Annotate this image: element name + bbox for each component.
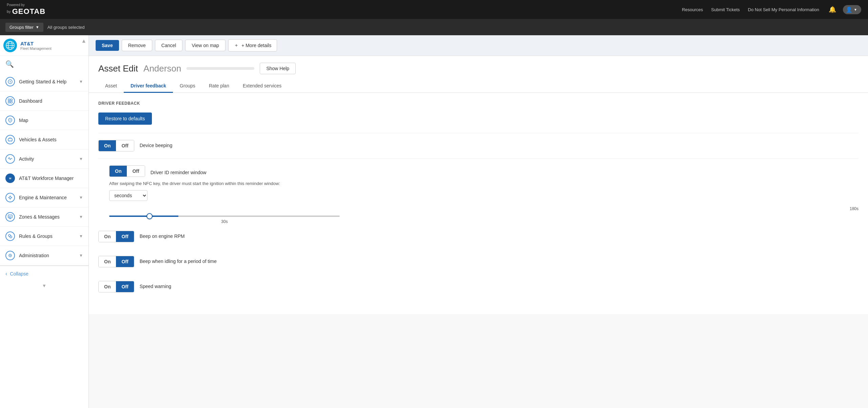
driver-id-toggle-row: On Off Driver ID reminder window: [109, 165, 859, 177]
beep-idling-label: Beep when idling for a period of time: [140, 256, 217, 264]
sidebar-search[interactable]: 🔍: [0, 56, 88, 72]
cancel-button[interactable]: Cancel: [155, 40, 183, 51]
tab-extended-services[interactable]: Extended services: [236, 80, 288, 93]
device-beeping-row: On Off Device beeping: [98, 140, 859, 159]
beep-engine-rpm-label: Beep on engine RPM: [140, 231, 185, 239]
asset-id-box: [186, 67, 254, 70]
page-title-row: Asset Edit Anderson Show Help: [98, 63, 859, 74]
chevron-down-icon-rules: ▼: [79, 234, 83, 239]
device-beeping-label: Device beeping: [140, 140, 173, 148]
beep-rpm-on-button[interactable]: On: [99, 231, 116, 242]
att-workforce-icon: W: [5, 174, 15, 183]
remove-button[interactable]: Remove: [122, 40, 152, 51]
sidebar-item-dashboard[interactable]: Dashboard: [0, 91, 88, 111]
sidebar-label-administration: Administration: [19, 253, 79, 258]
slider-current-value: 30s: [109, 219, 340, 224]
content-area: Save Remove Cancel View on map ＋ + More …: [89, 35, 868, 408]
speed-warning-row: On Off Speed warning: [98, 281, 859, 299]
user-avatar-icon: 👤: [846, 6, 852, 13]
scroll-bottom-indicator: ▼: [0, 282, 88, 290]
driver-id-on-button[interactable]: On: [110, 166, 127, 177]
sidebar-label-vehicles: Vehicles & Assets: [19, 137, 83, 142]
sidebar-item-rules-groups[interactable]: Rules & Groups ▼: [0, 227, 88, 246]
restore-to-defaults-button[interactable]: Restore to defaults: [98, 113, 152, 125]
brand-block: AT&T Fleet Management: [0, 35, 88, 56]
submit-tickets-link[interactable]: Submit Tickets: [711, 7, 740, 12]
speed-warning-off-button[interactable]: Off: [116, 281, 134, 292]
sidebar: ▲ AT&T Fleet Management 🔍: [0, 35, 89, 408]
beep-idling-on-button[interactable]: On: [99, 256, 116, 267]
save-button[interactable]: Save: [96, 40, 119, 51]
sidebar-item-vehicles-assets[interactable]: Vehicles & Assets: [0, 130, 88, 149]
geotab-logo: Powered by by GEOTAB: [7, 3, 45, 16]
driver-id-description: After swiping the NFC key, the driver mu…: [109, 181, 859, 186]
beep-rpm-off-button[interactable]: Off: [116, 231, 134, 242]
att-logo-circle: [3, 39, 17, 52]
dropdown-caret-icon: ▼: [854, 8, 857, 12]
tab-asset[interactable]: Asset: [98, 80, 124, 93]
svg-rect-9: [8, 101, 10, 103]
sidebar-label-getting-started: Getting Started & Help: [19, 79, 79, 84]
view-on-map-button[interactable]: View on map: [185, 40, 225, 51]
sidebar-item-att-workforce[interactable]: W AT&T Workforce Manager: [0, 169, 88, 188]
notification-bell-icon[interactable]: 🔔: [827, 4, 837, 15]
groups-filter-label: Groups filter: [9, 25, 34, 30]
sidebar-collapse-button[interactable]: ‹ Collapse: [0, 266, 88, 282]
show-help-button[interactable]: Show Help: [260, 63, 296, 74]
tab-rate-plan[interactable]: Rate plan: [202, 80, 236, 93]
beep-idling-off-button[interactable]: Off: [116, 256, 134, 267]
svg-point-22: [10, 236, 12, 238]
resources-link[interactable]: Resources: [682, 7, 703, 12]
device-beeping-toggle: On Off: [98, 140, 134, 151]
powered-by-label: by: [7, 9, 11, 14]
brand-sub: Fleet Management: [20, 46, 52, 50]
tab-driver-feedback[interactable]: Driver feedback: [124, 80, 173, 93]
do-not-sell-link[interactable]: Do Not Sell My Personal Information: [748, 7, 819, 12]
vehicles-icon: [5, 135, 15, 144]
brand-name: AT&T: [20, 41, 52, 46]
att-globe-icon: [5, 41, 15, 50]
top-icons: 🔔 👤 ▼: [827, 4, 861, 15]
more-details-button[interactable]: ＋ + More details: [228, 39, 277, 52]
tab-groups[interactable]: Groups: [173, 80, 202, 93]
user-dropdown[interactable]: 👤 ▼: [843, 5, 861, 14]
plus-icon: ＋: [234, 42, 239, 48]
speed-warning-toggle: On Off: [98, 281, 134, 292]
slider-max-label: 180s: [850, 206, 859, 211]
tabs-row: Asset Driver feedback Groups Rate plan E…: [98, 80, 859, 93]
beep-engine-rpm-toggle: On Off: [98, 231, 134, 242]
sidebar-item-zones-messages[interactable]: Zones & Messages ▼: [0, 207, 88, 227]
chevron-down-icon-engine: ▼: [79, 195, 83, 200]
driver-id-reminder-section: On Off Driver ID reminder window After s…: [109, 165, 859, 224]
sidebar-item-map[interactable]: Map: [0, 111, 88, 130]
beep-engine-rpm-row: On Off Beep on engine RPM: [98, 231, 859, 249]
sidebar-item-activity[interactable]: Activity ▼: [0, 149, 88, 169]
sidebar-label-workforce: AT&T Workforce Manager: [19, 176, 83, 181]
speed-warning-on-button[interactable]: On: [99, 281, 116, 292]
sidebar-label-rules: Rules & Groups: [19, 233, 79, 239]
groups-filter-button[interactable]: Groups filter ▼: [5, 23, 43, 32]
nav-left: Powered by by GEOTAB: [7, 3, 45, 16]
svg-rect-10: [11, 101, 12, 103]
sidebar-item-getting-started[interactable]: ? Getting Started & Help ▼: [0, 72, 88, 91]
administration-icon: [5, 251, 15, 260]
svg-point-11: [10, 120, 11, 121]
nav-right: Resources Submit Tickets Do Not Sell My …: [682, 4, 861, 15]
chevron-down-icon: ▼: [79, 79, 83, 84]
sidebar-item-engine-maintenance[interactable]: Engine & Maintenance ▼: [0, 188, 88, 207]
powered-by-text: Powered by: [7, 3, 25, 7]
page-header: Asset Edit Anderson Show Help Asset Driv…: [89, 56, 868, 93]
reminder-window-slider[interactable]: [109, 216, 340, 217]
device-beeping-off-button[interactable]: Off: [116, 140, 134, 151]
svg-point-14: [11, 141, 12, 142]
driver-id-off-button[interactable]: Off: [127, 166, 144, 177]
slider-section: seconds minutes 180s 30s: [109, 190, 859, 224]
seconds-select[interactable]: seconds minutes: [109, 190, 147, 201]
chevron-down-icon-admin: ▼: [79, 253, 83, 258]
scroll-up-icon[interactable]: ▲: [81, 38, 86, 44]
content-body: DRIVER FEEDBACK Restore to defaults On O…: [89, 93, 868, 314]
svg-point-17: [9, 197, 11, 199]
more-details-label: + More details: [241, 43, 271, 48]
sidebar-item-administration[interactable]: Administration ▼: [0, 246, 88, 265]
device-beeping-on-button[interactable]: On: [99, 140, 116, 151]
